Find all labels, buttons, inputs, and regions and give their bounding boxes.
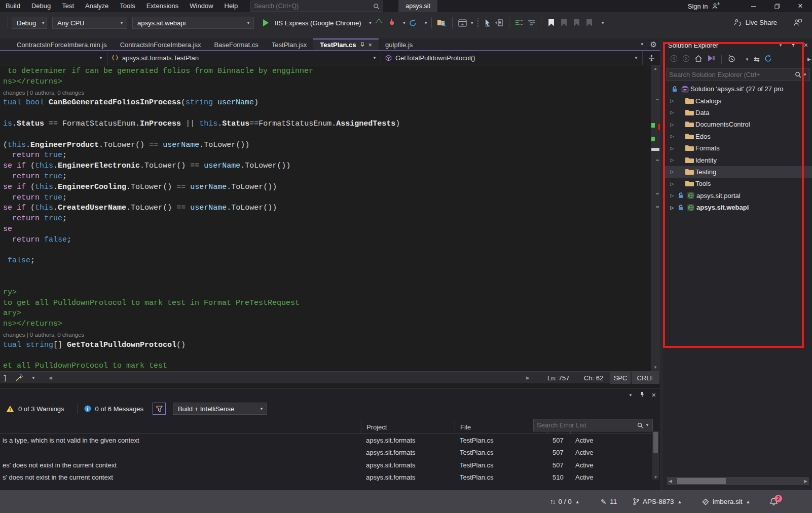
- tab-gulpfile.js[interactable]: gulpfile.js: [379, 38, 419, 50]
- warnings-filter-button[interactable]: 0 of 3 Warnings: [6, 405, 64, 413]
- expand-arrow-icon[interactable]: ▷: [668, 181, 676, 186]
- work-item-button[interactable]: APS-8873 ▲: [633, 490, 682, 513]
- menu-help[interactable]: Help: [219, 0, 244, 12]
- pin-icon[interactable]: [640, 390, 645, 400]
- tree-item-catalogs[interactable]: ▷Catalogs: [663, 95, 812, 106]
- tree-item-tools[interactable]: ▷Tools: [663, 178, 812, 189]
- tab-TestPlan.jsx[interactable]: TestPlan.jsx: [265, 38, 313, 50]
- repository-button[interactable]: imbera.sit ▲: [702, 490, 750, 513]
- next-bookmark-icon[interactable]: [574, 19, 579, 26]
- tab-list-caret[interactable]: ▼: [640, 42, 644, 47]
- toolbar-overflow-caret[interactable]: ▼: [601, 21, 605, 25]
- column-indicator[interactable]: Ch: 62: [584, 372, 603, 384]
- toolbar-overflow-arrow[interactable]: ▶: [807, 57, 811, 62]
- line-indicator[interactable]: Ln: 757: [547, 372, 569, 384]
- spaces-indicator[interactable]: SPC: [610, 372, 631, 384]
- gear-icon[interactable]: ⚙: [650, 40, 657, 49]
- error-row[interactable]: apsys.sit.formatsTestPlan.cs507Active: [0, 447, 660, 459]
- column-project[interactable]: Project: [361, 421, 455, 433]
- solution-search-input[interactable]: [669, 71, 795, 78]
- quick-launch-input[interactable]: [254, 3, 373, 10]
- startup-project-dropdown[interactable]: apsys.sit.webapi▼: [132, 17, 254, 29]
- menu-build[interactable]: Build: [0, 0, 26, 12]
- menu-debug[interactable]: Debug: [26, 0, 56, 12]
- restart-app-button[interactable]: [409, 19, 417, 27]
- tree-item-identity[interactable]: ▷Identity: [663, 154, 812, 166]
- feedback-button[interactable]: [793, 19, 802, 26]
- close-icon[interactable]: ×: [652, 391, 656, 399]
- expand-arrow-icon[interactable]: ▷: [668, 169, 676, 174]
- quick-launch-search[interactable]: [250, 1, 383, 12]
- column-description[interactable]: [0, 421, 361, 433]
- member-crumb[interactable]: GetTotalPulldownProtocol() ▼: [381, 51, 643, 65]
- error-row[interactable]: s' does not exist in the current context…: [0, 471, 660, 484]
- menu-test[interactable]: Test: [56, 0, 80, 12]
- error-list-menu-caret[interactable]: ▼: [629, 393, 633, 398]
- sign-in-button[interactable]: Sign in +: [688, 3, 722, 10]
- forward-button[interactable]: [682, 55, 690, 64]
- menu-analyze[interactable]: Analyze: [80, 0, 114, 12]
- expand-arrow-icon[interactable]: ▷: [668, 205, 676, 210]
- filter-button[interactable]: [153, 403, 166, 415]
- editor-vertical-scrollbar[interactable]: ▲ ▼: [651, 65, 660, 371]
- minimize-button[interactable]: [742, 0, 765, 12]
- live-share-button[interactable]: Live Share: [733, 19, 777, 26]
- tab-TestPlan.cs[interactable]: TestPlan.cs×: [313, 38, 379, 50]
- close-icon[interactable]: ×: [804, 41, 808, 49]
- switch-views-button[interactable]: [707, 55, 715, 64]
- tree-item-apsys.sit.portal[interactable]: ▷apsys.sit.portal: [663, 190, 812, 202]
- solution-explorer-hscrollbar[interactable]: ◀ ▶: [667, 477, 809, 485]
- tree-item-apsys.sit.webapi[interactable]: ▷apsys.sit.webapi: [663, 202, 812, 213]
- navigate-doc-button[interactable]: [495, 19, 503, 27]
- new-window-caret[interactable]: ▼: [470, 21, 474, 25]
- error-list-scrollbar[interactable]: ▼: [652, 431, 659, 480]
- tree-item-edos[interactable]: ▷Edos: [663, 131, 812, 142]
- messages-filter-button[interactable]: 0 of 6 Messages: [84, 405, 143, 413]
- error-row[interactable]: es' does not exist in the current contex…: [0, 459, 660, 471]
- tree-item-formats[interactable]: ▷Formats: [663, 142, 812, 154]
- hscroll-left-arrow[interactable]: ◀: [49, 372, 52, 384]
- expand-arrow-icon[interactable]: ▷: [668, 146, 676, 151]
- toggle-bookmark-icon[interactable]: [548, 19, 554, 26]
- tree-item-solution-apsys.sit-27-of-27-pro[interactable]: Solution 'apsys.sit' (27 of 27 pro: [663, 83, 812, 95]
- filter-caret[interactable]: ▼: [745, 57, 749, 62]
- expand-arrow-icon[interactable]: ▷: [668, 193, 676, 198]
- hot-reload-caret[interactable]: ▼: [402, 21, 406, 25]
- error-list-search[interactable]: ▼: [533, 419, 653, 431]
- tree-item-data[interactable]: ▷Data: [663, 107, 812, 119]
- code-editor[interactable]: to determiner if can be generated folios…: [0, 65, 660, 371]
- menu-extensions[interactable]: Extensions: [141, 0, 184, 12]
- new-window-button[interactable]: [458, 19, 467, 27]
- error-source-dropdown[interactable]: Build + IntelliSense▼: [173, 403, 267, 415]
- expand-arrow-icon[interactable]: ▷: [668, 157, 676, 163]
- platform-dropdown[interactable]: Any CPU▼: [52, 17, 127, 29]
- open-file-button[interactable]: [437, 19, 447, 27]
- line-ending-indicator[interactable]: CRLF: [632, 372, 659, 384]
- expand-arrow-icon[interactable]: ▷: [668, 98, 676, 103]
- panel-menu-caret[interactable]: ▼: [779, 43, 783, 48]
- sync-with-active-document-button[interactable]: ⇆: [754, 55, 760, 63]
- start-without-debug-button[interactable]: [374, 20, 382, 26]
- tree-item-testing[interactable]: ▷Testing: [663, 166, 812, 178]
- run-target-caret[interactable]: ▼: [368, 21, 373, 25]
- error-row[interactable]: is a type, which is not valid in the giv…: [0, 434, 660, 447]
- scroll-down-arrow[interactable]: ▼: [651, 364, 660, 371]
- pending-edits-button[interactable]: ✎ 11: [601, 490, 617, 513]
- unindent-lines-button[interactable]: [527, 19, 535, 26]
- selection-mode-button[interactable]: [484, 19, 491, 27]
- tab-BaseFormat.cs[interactable]: BaseFormat.cs: [207, 38, 265, 50]
- type-crumb[interactable]: apsys.sit.formats.TestPlan ▼: [107, 51, 381, 65]
- hot-reload-button[interactable]: [388, 19, 395, 27]
- restore-button[interactable]: [765, 0, 789, 12]
- pin-icon[interactable]: [791, 42, 796, 49]
- home-button[interactable]: [694, 55, 703, 64]
- scrollbar-thumb[interactable]: [651, 148, 659, 151]
- project-crumb[interactable]: ▼: [0, 51, 107, 65]
- start-debug-button[interactable]: [263, 19, 269, 26]
- nav-counter-button[interactable]: ↑↓ 0 / 0 ▲: [550, 490, 580, 513]
- expand-arrow-icon[interactable]: ▷: [668, 134, 676, 139]
- close-button[interactable]: ×: [789, 0, 812, 12]
- refresh-button[interactable]: [764, 55, 772, 64]
- indent-lines-button[interactable]: [515, 20, 523, 26]
- hscroll-right-arrow[interactable]: ▶: [526, 372, 530, 384]
